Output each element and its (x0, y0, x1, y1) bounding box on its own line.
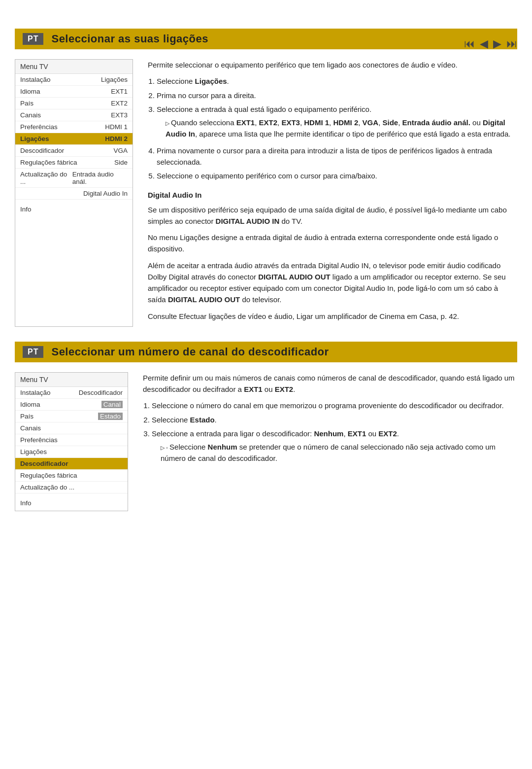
menu-row: País Estado (15, 411, 128, 422)
menu-row: Instalação Descodificador (15, 387, 128, 399)
menu-row: Preferências (15, 434, 128, 446)
section2-menu-title: Menu TV (15, 373, 128, 387)
section1-title: Seleccionar as suas ligações (51, 33, 208, 45)
section1-description: Permite seleccionar o equipamento perifé… (148, 59, 517, 70)
list-item: Seleccione o equipamento periférico com … (157, 170, 517, 181)
menu-row: Regulações fábrica Side (15, 157, 133, 169)
digital-audio-p3: Além de aceitar a entrada áudio através … (148, 260, 517, 306)
section1-steps-list: Seleccione Ligações. Prima no cursor par… (157, 75, 517, 181)
section1-right-content: Permite seleccionar o equipamento perifé… (148, 59, 517, 327)
menu-row-highlighted: Ligações HDMI 2 (15, 133, 133, 145)
section1-header: PT Seleccionar as suas ligações (15, 29, 517, 49)
nav-last-icon[interactable]: ⏭ (506, 37, 517, 50)
page-container: ⏮ ◀ ▶ ⏭ PT Seleccionar as suas ligações … (0, 29, 532, 769)
menu-row: Actualização do ... Entrada áudio anál. (15, 169, 133, 188)
digital-audio-p2: No menu Ligações designe a entrada digit… (148, 232, 517, 255)
list-item: Seleccione a entrada para ligar o descod… (152, 428, 517, 464)
menu-row: Preferências HDMI 1 (15, 121, 133, 133)
list-item: Seleccione a entrada à qual está ligado … (157, 104, 517, 140)
section1-menu-panel: Menu TV Instalação Ligações Idioma EXT1 … (15, 59, 133, 327)
digital-audio-p1: Se um dispositivo periférico seja equipa… (148, 204, 517, 227)
menu-row-highlighted: Descodificador (15, 458, 128, 470)
section2-title: Seleccionar um número de canal do descod… (51, 346, 329, 358)
menu-row: Idioma Canal (15, 399, 128, 411)
lang-badge-2: PT (23, 346, 43, 358)
list-item: Seleccione Ligações. (157, 75, 517, 87)
section2-header: PT Seleccionar um número de canal do des… (15, 342, 517, 362)
menu-row: Ligações (15, 446, 128, 458)
section2: PT Seleccionar um número de canal do des… (0, 342, 532, 511)
menu-row: Descodificador VGA (15, 145, 133, 157)
menu-row: Instalação Ligações (15, 74, 133, 86)
section1-menu-title: Menu TV (15, 60, 133, 74)
list-item: Seleccione o número do canal em que memo… (152, 400, 517, 411)
section2-content: Menu TV Instalação Descodificador Idioma… (15, 372, 517, 511)
menu-row: Actualização do ... (15, 482, 128, 493)
list-item: Quando selecciona EXT1, EXT2, EXT3, HDMI… (166, 117, 517, 140)
section2-menu-info: Info (15, 495, 128, 511)
section2-steps-list: Seleccione o número do canal em que memo… (152, 400, 517, 464)
nav-next-icon[interactable]: ▶ (493, 37, 501, 50)
section2-right-content: Permite definir um ou mais números de ca… (143, 372, 517, 511)
list-item: Prima novamente o cursor para a direita … (157, 145, 517, 168)
nav-arrows: ⏮ ◀ ▶ ⏭ (464, 37, 517, 50)
menu-row: Canais (15, 422, 128, 434)
nav-first-icon[interactable]: ⏮ (464, 37, 475, 50)
section1-menu-info: Info (15, 202, 133, 217)
lang-badge-1: PT (23, 33, 43, 45)
digital-audio-title: Digital Audio In (148, 189, 517, 201)
list-item: ◦ Seleccione Nenhum se pretender que o n… (161, 441, 517, 464)
digital-audio-p4: Consulte Efectuar ligações de vídeo e áu… (148, 311, 517, 322)
list-item: Seleccione Estado. (152, 414, 517, 425)
menu-row: Regulações fábrica (15, 470, 128, 482)
list-item: Prima no cursor para a direita. (157, 90, 517, 101)
section2-menu-panel: Menu TV Instalação Descodificador Idioma… (15, 372, 128, 511)
section1-content: Menu TV Instalação Ligações Idioma EXT1 … (15, 59, 517, 327)
nav-prev-icon[interactable]: ◀ (480, 37, 488, 50)
menu-row: Idioma EXT1 (15, 86, 133, 98)
menu-row: Digital Audio In (15, 188, 133, 200)
section2-description: Permite definir um ou mais números de ca… (143, 372, 517, 395)
menu-row: País EXT2 (15, 98, 133, 109)
menu-row: Canais EXT3 (15, 109, 133, 121)
